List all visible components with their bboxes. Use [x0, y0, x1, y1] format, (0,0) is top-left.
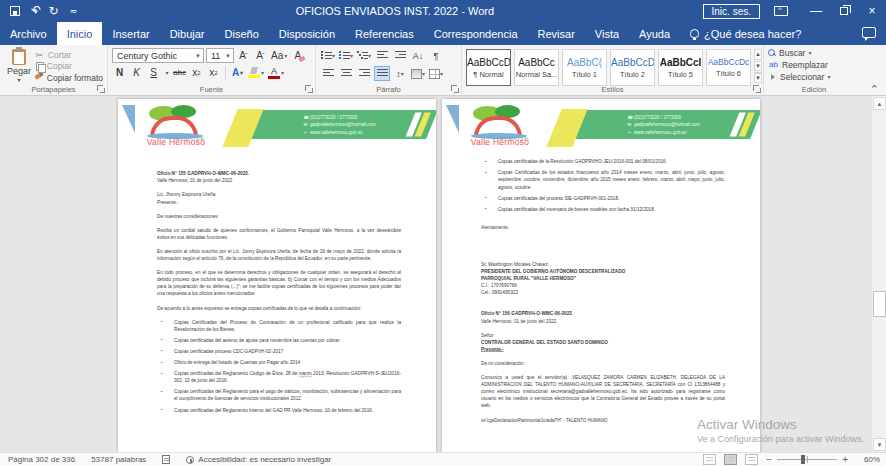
style-titulo-6[interactable]: AaBbCcDc Título 6: [706, 49, 751, 86]
style-titulo-2[interactable]: AaBbCcD Título 2: [610, 49, 655, 86]
document-area[interactable]: GAD PARROQUIAL Valle Hermoso ☎(02)277322…: [0, 96, 886, 452]
zoom-out-icon[interactable]: −: [766, 455, 772, 465]
clear-formatting-button[interactable]: A: [290, 48, 305, 63]
italic-button[interactable]: K: [129, 65, 144, 80]
bullets-button[interactable]: ▾: [320, 48, 336, 63]
tab-ayuda[interactable]: Ayuda: [629, 22, 680, 45]
document-page-2[interactable]: GAD PARROQUIAL Valle Hermoso ☎(02)277322…: [442, 99, 760, 452]
tab-archivo[interactable]: Archivo: [0, 22, 57, 45]
save-icon[interactable]: [10, 6, 20, 16]
decrease-indent-button[interactable]: [374, 48, 390, 63]
paragraph-dialog-launcher-icon[interactable]: [451, 85, 459, 93]
document-page-1[interactable]: GAD PARROQUIAL Valle Hermoso ☎(02)277322…: [118, 99, 436, 452]
change-case-button[interactable]: Aa▾: [270, 48, 288, 63]
strikethrough-button[interactable]: abc: [172, 65, 187, 80]
tab-vista[interactable]: Vista: [585, 22, 629, 45]
subscript-button[interactable]: x2: [189, 65, 204, 80]
show-paragraph-marks-button[interactable]: ¶: [428, 48, 444, 63]
superscript-button[interactable]: x2: [206, 65, 221, 80]
tab-revisar[interactable]: Revisar: [528, 22, 585, 45]
style-titulo-1[interactable]: AaBbC( Título 1: [562, 49, 607, 86]
replace-button[interactable]: abReemplazar: [768, 59, 860, 70]
zoom-slider-thumb[interactable]: [801, 455, 805, 464]
proofing-status[interactable]: [162, 455, 170, 464]
shading-button[interactable]: ▾: [410, 66, 426, 81]
tab-referencias[interactable]: Referencias: [345, 22, 424, 45]
scrollbar-thumb[interactable]: [873, 291, 886, 317]
copy-button[interactable]: Copiar: [34, 61, 103, 71]
line-spacing-button[interactable]: ↕▾: [392, 66, 408, 81]
multilevel-list-button[interactable]: ▾: [356, 48, 372, 63]
styles-scroll-up-icon[interactable]: ▲: [754, 49, 762, 60]
text-effects-button[interactable]: A▾: [230, 65, 245, 80]
customize-qat-icon[interactable]: ≂: [70, 5, 78, 17]
align-left-button[interactable]: [320, 66, 336, 81]
web-layout-view-icon[interactable]: [745, 454, 758, 465]
tell-me-search[interactable]: ¿Qué desea hacer?: [680, 22, 811, 45]
font-dialog-launcher-icon[interactable]: [305, 85, 313, 93]
collapse-ribbon-icon[interactable]: ⌃: [870, 84, 879, 94]
align-right-button[interactable]: [356, 66, 372, 81]
zoom-in-icon[interactable]: +: [842, 455, 848, 465]
shading-icon: [411, 69, 422, 79]
accessibility-status[interactable]: Accesibilidad: es necesario investigar: [186, 455, 331, 464]
align-center-button[interactable]: [338, 66, 354, 81]
styles-scroll-down-icon[interactable]: ▼: [754, 61, 762, 72]
style-normal[interactable]: AaBbCcD ¶ Normal: [466, 49, 511, 86]
underline-dropdown-icon[interactable]: ▾: [163, 65, 170, 80]
minimize-button[interactable]: —: [802, 0, 830, 22]
print-layout-view-icon[interactable]: [724, 454, 737, 465]
cut-button[interactable]: ✂Cortar: [34, 50, 103, 60]
zoom-percentage[interactable]: 60%: [856, 455, 880, 464]
tab-inicio[interactable]: Inicio: [57, 22, 103, 45]
paste-button[interactable]: Pegar ▾: [4, 48, 34, 83]
comments-icon[interactable]: [862, 27, 876, 38]
undo-icon[interactable]: ↶▾: [31, 4, 38, 18]
text-highlight-button[interactable]: ▾: [247, 65, 265, 80]
paste-dropdown-icon[interactable]: ▾: [17, 76, 20, 83]
bold-button[interactable]: N: [112, 65, 127, 80]
styles-gallery-expand-icon[interactable]: ▼: [754, 72, 762, 83]
font-name-combobox[interactable]: Century Gothic▼: [112, 48, 204, 63]
tab-disposicion[interactable]: Disposición: [269, 22, 345, 45]
sign-in-button[interactable]: Inic. ses.: [703, 4, 760, 19]
restore-button[interactable]: [830, 0, 858, 22]
vertical-scrollbar[interactable]: ▲ ▼: [871, 96, 886, 452]
tab-insertar[interactable]: Insertar: [102, 22, 159, 45]
numbering-button[interactable]: ▾: [338, 48, 354, 63]
scroll-up-icon[interactable]: ▲: [873, 97, 886, 110]
styles-dialog-launcher-icon[interactable]: [753, 85, 761, 93]
read-mode-view-icon[interactable]: [703, 454, 716, 465]
tab-diseno[interactable]: Diseño: [215, 22, 269, 45]
ribbon-display-options-icon[interactable]: [774, 6, 788, 16]
select-button[interactable]: Seleccionar▾: [768, 71, 860, 82]
paragraph-row-1: ▾ ▾ ▾ A↓ ¶: [320, 48, 457, 63]
grow-font-button[interactable]: A: [236, 48, 251, 63]
borders-button[interactable]: ▾: [428, 66, 444, 81]
page-indicator[interactable]: Página 302 de 336: [8, 455, 75, 464]
signature-title: PRESIDENTE DEL GOBIERNO AUTÓNOMO DESCENT…: [481, 268, 725, 275]
style-titulo-5[interactable]: AaBbCcI Título 5: [658, 49, 703, 86]
letterhead-web: ➣www.vallehermoso.gob.ec: [304, 129, 433, 137]
addressee-presente-link[interactable]: Presente.-: [481, 346, 725, 353]
tab-correspondencia[interactable]: Correspondencia: [424, 22, 528, 45]
shrink-font-button[interactable]: A: [253, 48, 268, 63]
letterhead-banner: ☎(02)2773220 / 2773300 ✉gadpvallehermoso…: [235, 110, 436, 139]
font-color-button[interactable]: A▾: [267, 65, 285, 80]
zoom-slider[interactable]: [777, 459, 837, 460]
format-painter-button[interactable]: Copiar formato: [34, 73, 103, 83]
sort-button[interactable]: A↓: [410, 48, 426, 63]
tab-dibujar[interactable]: Dibujar: [160, 22, 215, 45]
font-size-combobox[interactable]: 11▼: [206, 48, 234, 63]
style-preview: AaBbCcI: [660, 57, 702, 68]
redo-icon[interactable]: ↻: [49, 5, 59, 17]
close-button[interactable]: ×: [858, 0, 886, 22]
scroll-down-icon[interactable]: ▼: [873, 438, 886, 451]
clipboard-dialog-launcher-icon[interactable]: [97, 85, 105, 93]
find-button[interactable]: Buscar▾: [768, 47, 860, 58]
underline-button[interactable]: S: [146, 65, 161, 80]
style-normal-sa[interactable]: AaBbCc Normal Sa...: [514, 49, 559, 86]
increase-indent-button[interactable]: [392, 48, 408, 63]
justify-button[interactable]: [374, 66, 390, 81]
word-count[interactable]: 53787 palabras: [91, 455, 146, 464]
